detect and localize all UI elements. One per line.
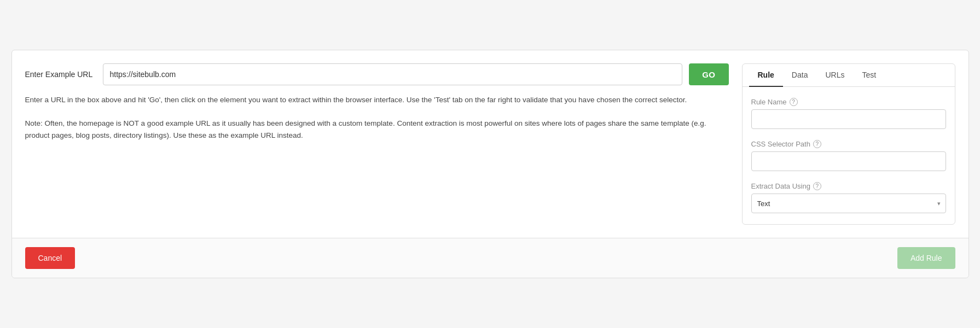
- css-selector-input[interactable]: [751, 151, 946, 171]
- cancel-button[interactable]: Cancel: [25, 247, 76, 269]
- description-line2: Note: Often, the homepage is NOT a good …: [25, 118, 729, 141]
- url-row: Enter Example URL GO: [25, 63, 729, 85]
- tab-test[interactable]: Test: [853, 64, 885, 87]
- tab-rule[interactable]: Rule: [749, 64, 783, 87]
- rule-name-label: Rule Name ?: [751, 98, 946, 106]
- css-selector-help-icon: ?: [813, 140, 821, 148]
- url-input[interactable]: [103, 63, 683, 85]
- url-label: Enter Example URL: [25, 70, 96, 79]
- extract-data-select[interactable]: Text HTML Attribute: [751, 194, 946, 213]
- modal: Enter Example URL GO Enter a URL in the …: [11, 50, 969, 278]
- css-selector-group: CSS Selector Path ?: [751, 140, 946, 171]
- modal-footer: Cancel Add Rule: [12, 238, 969, 278]
- extract-data-group: Extract Data Using ? Text HTML Attribute…: [751, 182, 946, 213]
- extract-data-help-icon: ?: [813, 182, 821, 190]
- right-panel: Rule Data URLs Test Rule Name ? CSS Sele…: [742, 63, 955, 225]
- tabs: Rule Data URLs Test: [743, 64, 955, 87]
- css-selector-label: CSS Selector Path ?: [751, 140, 946, 148]
- rule-name-input[interactable]: [751, 109, 946, 129]
- description-block: Enter a URL in the box above and hit 'Go…: [25, 94, 729, 141]
- tab-data[interactable]: Data: [783, 64, 817, 87]
- description-line1: Enter a URL in the box above and hit 'Go…: [25, 94, 729, 106]
- extract-data-select-wrapper: Text HTML Attribute ▾: [751, 194, 946, 213]
- go-button[interactable]: GO: [689, 63, 728, 85]
- rule-name-group: Rule Name ?: [751, 98, 946, 129]
- tab-urls[interactable]: URLs: [816, 64, 853, 87]
- add-rule-button[interactable]: Add Rule: [897, 247, 955, 269]
- modal-body: Enter Example URL GO Enter a URL in the …: [12, 50, 969, 238]
- rule-name-help-icon: ?: [790, 98, 798, 106]
- extract-data-label: Extract Data Using ?: [751, 182, 946, 190]
- rule-form: Rule Name ? CSS Selector Path ? Extract …: [743, 87, 955, 224]
- left-panel: Enter Example URL GO Enter a URL in the …: [25, 63, 729, 225]
